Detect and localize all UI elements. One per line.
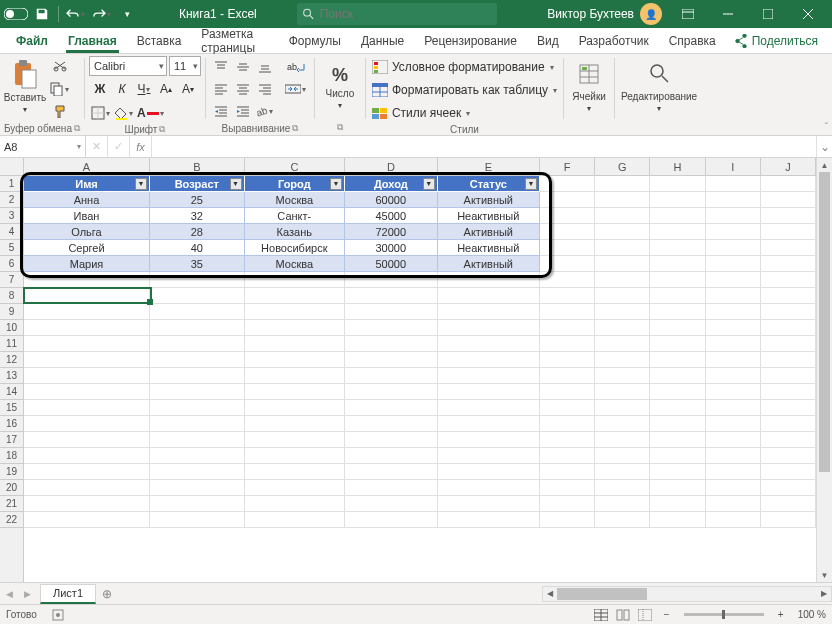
tab-данные[interactable]: Данные — [351, 28, 414, 53]
cell-F9[interactable] — [540, 304, 595, 320]
increase-indent[interactable] — [232, 100, 254, 122]
row-header-15[interactable]: 15 — [0, 400, 23, 416]
cell-E20[interactable] — [438, 480, 540, 496]
cell-G2[interactable] — [595, 192, 650, 208]
cell-I9[interactable] — [706, 304, 761, 320]
cell-B7[interactable] — [150, 272, 245, 288]
cell-A13[interactable] — [24, 368, 150, 384]
cell-J20[interactable] — [761, 480, 816, 496]
cell-I15[interactable] — [706, 400, 761, 416]
cell-D11[interactable] — [345, 336, 438, 352]
cell-G12[interactable] — [595, 352, 650, 368]
cell-H6[interactable] — [650, 256, 705, 272]
cell-E19[interactable] — [438, 464, 540, 480]
cell-H21[interactable] — [650, 496, 705, 512]
zoom-in[interactable]: + — [770, 607, 792, 623]
cell-F16[interactable] — [540, 416, 595, 432]
bold-button[interactable]: Ж — [89, 78, 111, 100]
tab-формулы[interactable]: Формулы — [279, 28, 351, 53]
redo-button[interactable] — [89, 2, 113, 26]
cell-D21[interactable] — [345, 496, 438, 512]
cell-I21[interactable] — [706, 496, 761, 512]
cell-D15[interactable] — [345, 400, 438, 416]
worksheet-grid[interactable]: ABCDEFGHIJ 12345678910111213141516171819… — [0, 158, 832, 582]
paste-button[interactable]: Вставить ▾ — [4, 56, 46, 118]
cell-B16[interactable] — [150, 416, 245, 432]
collapse-ribbon[interactable]: ˇ — [825, 122, 828, 133]
col-header-I[interactable]: I — [706, 158, 761, 175]
tab-справка[interactable]: Справка — [659, 28, 726, 53]
cell-D5[interactable]: 30000 — [345, 240, 438, 256]
row-header-3[interactable]: 3 — [0, 208, 23, 224]
cell-F15[interactable] — [540, 400, 595, 416]
cancel-formula[interactable]: ✕ — [86, 136, 108, 157]
col-header-B[interactable]: B — [150, 158, 245, 175]
sheet-nav-next[interactable]: ▶ — [18, 589, 36, 599]
cell-F5[interactable] — [540, 240, 595, 256]
cell-C18[interactable] — [245, 448, 345, 464]
cell-H15[interactable] — [650, 400, 705, 416]
undo-button[interactable] — [63, 2, 87, 26]
cell-G20[interactable] — [595, 480, 650, 496]
cell-F17[interactable] — [540, 432, 595, 448]
cells-area[interactable]: Имя▼Возраст▼Город▼Доход▼Статус▼Анна25Мос… — [24, 176, 816, 582]
cell-G14[interactable] — [595, 384, 650, 400]
cell-J21[interactable] — [761, 496, 816, 512]
cell-G16[interactable] — [595, 416, 650, 432]
col-header-G[interactable]: G — [595, 158, 650, 175]
col-header-C[interactable]: C — [245, 158, 345, 175]
cell-F2[interactable] — [540, 192, 595, 208]
cell-A19[interactable] — [24, 464, 150, 480]
cell-E9[interactable] — [438, 304, 540, 320]
number-launcher[interactable]: ⧉ — [337, 122, 343, 133]
cell-H22[interactable] — [650, 512, 705, 528]
vertical-scrollbar[interactable]: ▲ ▼ — [816, 158, 832, 582]
cell-E12[interactable] — [438, 352, 540, 368]
cell-I8[interactable] — [706, 288, 761, 304]
cell-D2[interactable]: 60000 — [345, 192, 438, 208]
cell-E5[interactable]: Неактивный — [438, 240, 540, 256]
align-right[interactable] — [254, 78, 276, 100]
cell-D8[interactable] — [345, 288, 438, 304]
filter-button[interactable]: ▼ — [230, 178, 242, 190]
cell-C19[interactable] — [245, 464, 345, 480]
cell-I19[interactable] — [706, 464, 761, 480]
cell-A6[interactable]: Мария — [24, 256, 150, 272]
cell-C5[interactable]: Новосибирск — [245, 240, 345, 256]
cell-I22[interactable] — [706, 512, 761, 528]
increase-font-button[interactable]: A▴ — [155, 78, 177, 100]
macro-record-icon[interactable] — [47, 607, 69, 623]
sheet-nav-prev[interactable]: ◀ — [0, 589, 18, 599]
cell-C1[interactable]: Город▼ — [245, 176, 345, 192]
scroll-left[interactable]: ◀ — [543, 587, 557, 601]
cell-H1[interactable] — [650, 176, 705, 192]
cell-G17[interactable] — [595, 432, 650, 448]
cell-A14[interactable] — [24, 384, 150, 400]
cells-button[interactable]: Ячейки ▾ — [568, 56, 610, 118]
cell-F13[interactable] — [540, 368, 595, 384]
scroll-down[interactable]: ▼ — [817, 568, 832, 582]
cell-I14[interactable] — [706, 384, 761, 400]
row-header-19[interactable]: 19 — [0, 464, 23, 480]
clipboard-launcher[interactable]: ⧉ — [74, 123, 80, 134]
cell-E8[interactable] — [438, 288, 540, 304]
cell-B5[interactable]: 40 — [150, 240, 245, 256]
cell-D22[interactable] — [345, 512, 438, 528]
cell-G19[interactable] — [595, 464, 650, 480]
font-size-select[interactable]: 11 — [169, 56, 201, 76]
row-header-16[interactable]: 16 — [0, 416, 23, 432]
cell-H9[interactable] — [650, 304, 705, 320]
cell-A22[interactable] — [24, 512, 150, 528]
row-header-22[interactable]: 22 — [0, 512, 23, 528]
cell-B13[interactable] — [150, 368, 245, 384]
decrease-font-button[interactable]: A▾ — [177, 78, 199, 100]
filter-button[interactable]: ▼ — [135, 178, 147, 190]
cell-E15[interactable] — [438, 400, 540, 416]
minimize-button[interactable] — [708, 0, 748, 28]
cell-A8[interactable] — [24, 288, 150, 304]
cell-A18[interactable] — [24, 448, 150, 464]
scroll-right[interactable]: ▶ — [817, 587, 831, 601]
cell-G11[interactable] — [595, 336, 650, 352]
cell-D12[interactable] — [345, 352, 438, 368]
account-button[interactable]: Виктор Бухтеев 👤 — [547, 3, 662, 25]
